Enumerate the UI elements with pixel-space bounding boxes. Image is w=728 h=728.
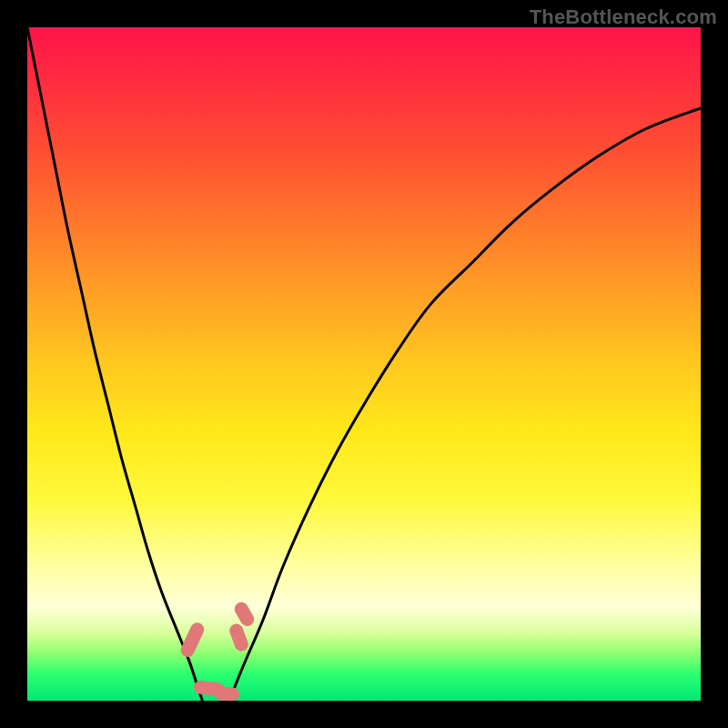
chart-curves-svg [27,27,701,701]
curve-left-branch [27,27,202,701]
curve-marker-2 [214,687,238,702]
chart-plot-area [27,27,701,701]
watermark-text: TheBottleneck.com [530,5,717,29]
curve-right-branch [229,108,701,701]
